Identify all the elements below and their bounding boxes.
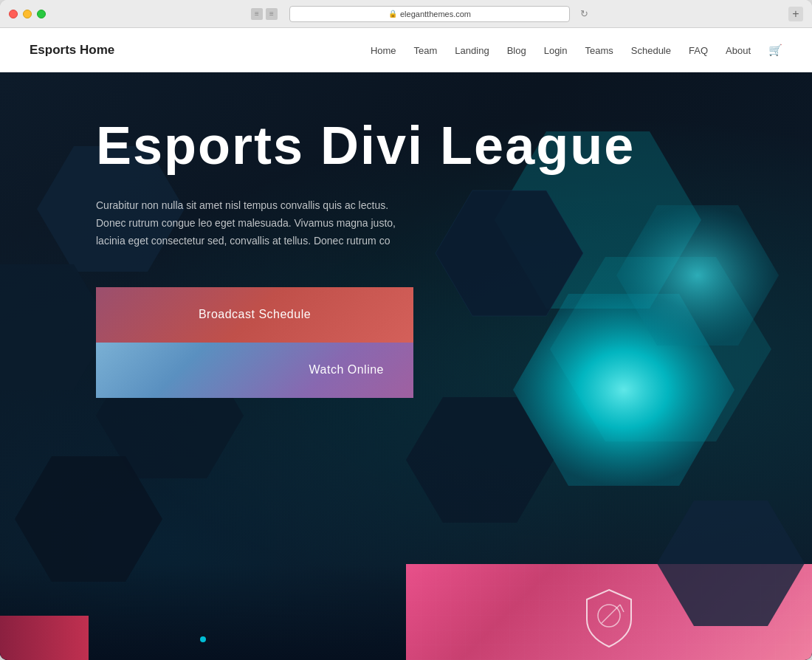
lock-icon: 🔒 [388, 10, 397, 18]
address-bar-area: ≡ ≡ 🔒 elegantthemes.com ↻ [55, 6, 788, 22]
nav-controls: ≡ ≡ [251, 8, 278, 20]
nav-login[interactable]: Login [544, 45, 568, 56]
reader-button[interactable]: ≡ [266, 8, 278, 20]
nav-links: Home Team Landing Blog Login Teams Sched… [371, 44, 782, 57]
nav-schedule[interactable]: Schedule [631, 45, 671, 56]
site-logo: Esports Home [30, 43, 114, 58]
nav-faq[interactable]: FAQ [689, 45, 708, 56]
maximize-button[interactable] [37, 10, 46, 18]
cta-buttons: Broadcast Schedule Watch Online [96, 287, 413, 398]
url-text: elegantthemes.com [400, 10, 471, 18]
hero-title: Esports Divi League [96, 117, 782, 175]
new-tab-button[interactable]: + [788, 7, 803, 21]
nav-blog[interactable]: Blog [507, 45, 526, 56]
title-bar: ≡ ≡ 🔒 elegantthemes.com ↻ + [0, 0, 812, 28]
nav-landing[interactable]: Landing [455, 45, 489, 56]
cart-icon[interactable]: 🛒 [768, 44, 782, 56]
hero-description: Curabitur non nulla sit amet nisl tempus… [96, 197, 406, 250]
browser-window: ≡ ≡ 🔒 elegantthemes.com ↻ + Esports Home… [0, 0, 812, 660]
watch-online-button[interactable]: Watch Online [96, 343, 413, 398]
broadcast-schedule-button[interactable]: Broadcast Schedule [96, 287, 413, 343]
site-nav: Esports Home Home Team Landing Blog Logi… [0, 28, 812, 72]
address-bar[interactable]: 🔒 elegantthemes.com [289, 6, 570, 22]
nav-teams[interactable]: Teams [585, 45, 613, 56]
hero-section: Esports Divi League Curabitur non nulla … [0, 72, 812, 660]
refresh-button[interactable]: ↻ [580, 8, 592, 20]
nav-about[interactable]: About [726, 45, 751, 56]
nav-home[interactable]: Home [371, 45, 396, 56]
minimize-button[interactable] [23, 10, 32, 18]
nav-team[interactable]: Team [414, 45, 438, 56]
hex-dark [657, 501, 805, 626]
close-button[interactable] [9, 10, 18, 18]
hero-content: Esports Divi League Curabitur non nulla … [0, 72, 812, 427]
back-button[interactable]: ≡ [251, 8, 263, 20]
traffic-lights [9, 10, 46, 18]
